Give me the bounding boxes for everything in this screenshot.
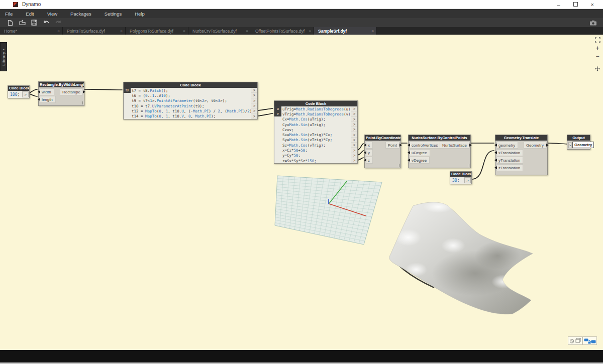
- node-code-block-trig[interactable]: Code Block u v uTrig=Math.RadiansToDegre…: [274, 100, 358, 164]
- node-geometry-translate[interactable]: Geometry.Translate geometryxTranslationy…: [495, 135, 548, 175]
- code-text[interactable]: Cy=Math.Sin(uTrig);: [274, 123, 351, 127]
- output-port[interactable]: Rectangle: [60, 88, 83, 95]
- output-port[interactable]: Point: [385, 142, 399, 149]
- input-port[interactable]: uDegree: [410, 149, 430, 156]
- input-port[interactable]: xTranslation: [496, 149, 523, 156]
- input-port[interactable]: x: [366, 142, 373, 149]
- code-text[interactable]: t9 = t7<1>.PointAtParameter(t6<2>, t6<3>…: [124, 98, 251, 103]
- camera-export-button[interactable]: [587, 19, 599, 26]
- maximize-button[interactable]: [573, 2, 578, 7]
- code-text[interactable]: t7 = t8.Patch();: [124, 88, 251, 93]
- zoom-out-button[interactable]: −: [594, 53, 601, 59]
- workspace-canvas[interactable]: Library ▸ Code Block 100;> Rectangle.ByW…: [0, 35, 603, 350]
- minimize-button[interactable]: –: [557, 2, 560, 7]
- input-port[interactable]: vDegree: [410, 157, 430, 164]
- code-text[interactable]: uTrig=Math.RadiansToDegrees(u);: [274, 107, 351, 111]
- node-nurbssurface-bycontrolpoints[interactable]: NurbsSurface.ByControlPoints controlVert…: [408, 135, 471, 168]
- input-port[interactable]: y: [366, 149, 373, 156]
- input-port[interactable]: u: [274, 106, 281, 111]
- tab-close-icon[interactable]: ×: [244, 29, 248, 33]
- code-text[interactable]: Sz=Math.Cos(vTrig);: [274, 143, 351, 148]
- output-port[interactable]: >: [251, 113, 257, 118]
- output-port[interactable]: >: [351, 117, 357, 122]
- output-port[interactable]: >: [351, 153, 357, 158]
- code-text[interactable]: Cx=Math.Cos(uTrig);: [274, 117, 351, 122]
- tab-polygonstosurface-dyf[interactable]: PolygonsToSurface.dyf×: [126, 27, 188, 35]
- code-text[interactable]: Sy=Math.Sin(vTrig)*Cy;: [274, 138, 351, 142]
- code-text[interactable]: t14 = MapTo(0, 1, t10.V, 0, Math.PI);: [124, 114, 251, 118]
- output-port[interactable]: >: [22, 91, 29, 97]
- node-output[interactable]: Output > Geometry: [567, 135, 590, 150]
- node-code-block-30[interactable]: Code Block 30;>: [450, 171, 472, 184]
- code-text[interactable]: vTrig=Math.RadiansToDegrees(v);: [274, 112, 351, 116]
- menu-item[interactable]: File: [0, 9, 19, 18]
- tab-close-icon[interactable]: ×: [181, 29, 185, 33]
- zoom-in-button[interactable]: +: [594, 45, 601, 51]
- node-title[interactable]: Code Block: [274, 101, 357, 106]
- output-port[interactable]: >: [351, 138, 357, 143]
- output-port[interactable]: >: [251, 108, 257, 113]
- code-text[interactable]: t10 = t7.UVParameterAtPoint(t9);: [124, 104, 251, 108]
- graph-view-button[interactable]: [582, 336, 597, 345]
- tab-samplesrf-dyf[interactable]: SampleSrf.dyf×: [314, 27, 377, 35]
- output-port[interactable]: >: [351, 158, 357, 163]
- node-title[interactable]: Geometry.Translate: [495, 135, 547, 141]
- output-port[interactable]: >: [351, 127, 357, 132]
- code-text[interactable]: y=Cy*50;: [274, 153, 351, 158]
- output-port[interactable]: >: [251, 88, 257, 93]
- input-port[interactable]: geometry: [496, 142, 518, 149]
- output-port[interactable]: >: [251, 103, 257, 108]
- menu-item[interactable]: Settings: [98, 9, 128, 18]
- input-port[interactable]: length: [40, 96, 56, 103]
- code-text[interactable]: t12 = MapTo(0, 1, t10.U, (-Math.PI) / 2,…: [124, 109, 251, 113]
- output-port[interactable]: >: [351, 111, 357, 116]
- output-port[interactable]: >: [351, 106, 357, 111]
- code-text[interactable]: Cz=v;: [274, 128, 351, 132]
- input-port[interactable]: yTranslation: [496, 157, 523, 164]
- tab-home[interactable]: Home*×: [0, 27, 63, 35]
- menu-item[interactable]: Edit: [19, 9, 40, 18]
- new-file-button[interactable]: [4, 19, 16, 26]
- code-text[interactable]: 100;: [8, 92, 22, 97]
- output-port[interactable]: >: [351, 148, 357, 153]
- tab-close-icon[interactable]: ×: [118, 29, 123, 33]
- code-text[interactable]: z=Sx*Sy*Sz*150;: [274, 159, 351, 163]
- menu-item[interactable]: Help: [128, 9, 151, 18]
- tab-close-icon[interactable]: ×: [307, 29, 311, 33]
- undo-button[interactable]: [40, 19, 52, 26]
- menu-item[interactable]: Packages: [64, 9, 98, 18]
- input-port[interactable]: t8: [124, 88, 131, 93]
- node-title[interactable]: Point.ByCoordinates: [365, 135, 400, 141]
- node-rectangle-bywidthlength[interactable]: Rectangle.ByWidthLength widthlength Rect…: [38, 81, 84, 106]
- code-text[interactable]: t6 = (0..1..#10);: [124, 93, 251, 98]
- node-title[interactable]: Rectangle.ByWidthLength: [39, 82, 84, 87]
- output-port[interactable]: >: [351, 143, 357, 148]
- redo-button[interactable]: [52, 19, 64, 26]
- open-button[interactable]: [16, 19, 28, 26]
- node-code-block-100[interactable]: Code Block 100;>: [8, 85, 30, 98]
- tab-close-icon[interactable]: ×: [369, 29, 374, 33]
- close-button[interactable]: ×: [591, 2, 594, 7]
- input-port[interactable]: controlVertices: [410, 142, 441, 149]
- menu-item[interactable]: View: [41, 9, 64, 18]
- tab-nurbscrvtosurface-dyf[interactable]: NurbsCrvToSurface.dyf×: [188, 27, 251, 35]
- output-port[interactable]: >: [351, 122, 357, 127]
- tab-offsetpointstosurface-dyf[interactable]: OffsetPointsToSurface.dyf×: [251, 27, 314, 35]
- node-title[interactable]: Output: [567, 135, 590, 141]
- output-port[interactable]: >: [351, 132, 357, 137]
- input-port[interactable]: width: [40, 88, 54, 95]
- input-port[interactable]: z: [366, 157, 373, 164]
- node-code-block-patch[interactable]: Code Block t8 t7 = t8.Patch();>t6 = (0..…: [123, 82, 258, 119]
- tab-pointstosurface-dyf[interactable]: PointsToSurface.dyf×: [63, 27, 126, 35]
- output-port[interactable]: Geometry: [524, 142, 546, 149]
- node-point-bycoordinates[interactable]: Point.ByCoordinates xyz Point: [364, 135, 401, 168]
- input-port[interactable]: >: [568, 142, 571, 148]
- output-port[interactable]: >: [464, 177, 471, 183]
- code-text[interactable]: 30;: [450, 178, 464, 183]
- output-port[interactable]: NurbsSurface: [440, 142, 469, 149]
- zoom-fit-button[interactable]: [594, 37, 601, 43]
- tab-close-icon[interactable]: ×: [55, 29, 60, 33]
- geometry-view-button[interactable]: [568, 336, 582, 345]
- node-title[interactable]: NurbsSurface.ByControlPoints: [409, 135, 470, 141]
- node-title[interactable]: Code Block: [450, 172, 471, 177]
